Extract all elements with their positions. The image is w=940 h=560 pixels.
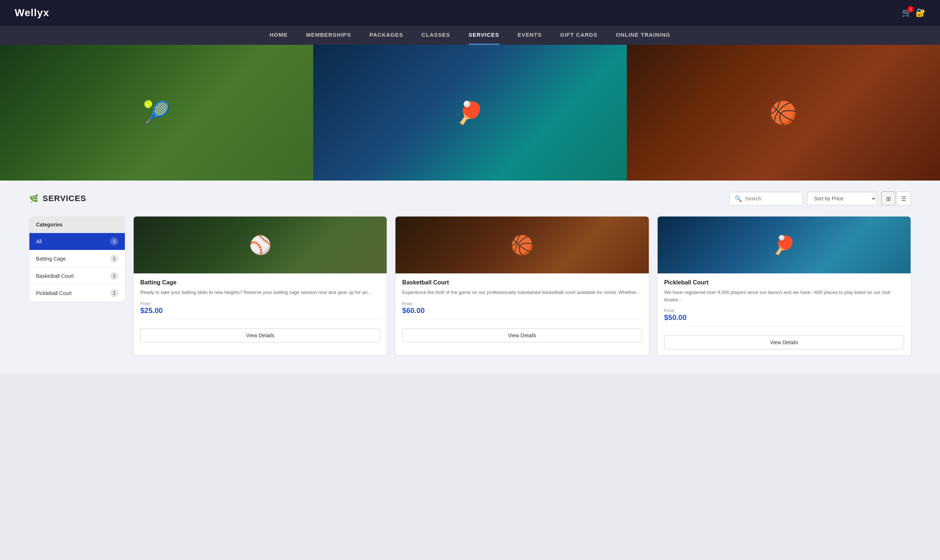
nav-item-online-training[interactable]: ONLINE TRAINING (616, 26, 670, 45)
card-image-basketball: 🏀 (396, 217, 649, 273)
page-title: SERVICES (43, 194, 86, 203)
card-title: Batting Cage (140, 279, 380, 286)
service-card-batting: ⚾ Batting Cage Ready to take your battin… (134, 217, 387, 355)
hero-panel-pickleball: 🏓 (313, 45, 626, 180)
navigation: HOMEMEMBERSHIPSPACKAGESCLASSESSERVICESEV… (0, 26, 940, 45)
categories-box: Categories All3Batting Cage1Basketball C… (29, 217, 125, 302)
nav-item-classes[interactable]: CLASSES (422, 26, 450, 45)
card-price-label: From (402, 301, 642, 306)
category-item-all[interactable]: All3 (29, 233, 125, 250)
card-sport-icon: 🏓 (772, 234, 795, 256)
category-item-pickleball-court[interactable]: Pickleball Court1 (29, 285, 125, 302)
card-footer: View Details (134, 328, 387, 348)
hero-banner: 🎾 🏓 🏀 (0, 45, 940, 180)
main-content: Categories All3Batting Cage1Basketball C… (29, 217, 911, 355)
view-details-button-pickleball[interactable]: View Details (664, 335, 904, 349)
nav-item-packages[interactable]: PACKAGES (369, 26, 403, 45)
category-label: Basketball Court (36, 273, 74, 279)
card-body: Batting Cage Ready to take your batting … (134, 273, 387, 328)
card-body: Pickleball Court We have registered over… (658, 273, 911, 335)
card-footer: View Details (658, 335, 911, 355)
service-card-pickleball: 🏓 Pickleball Court We have registered ov… (658, 217, 911, 355)
card-description: Ready to take your batting skills to new… (140, 289, 380, 296)
category-count: 1 (110, 289, 118, 297)
card-image-batting: ⚾ (134, 217, 387, 273)
card-price-label: From (664, 308, 904, 313)
category-label: Pickleball Court (36, 290, 72, 296)
nav-item-memberships[interactable]: MEMBERSHIPS (306, 26, 351, 45)
login-button[interactable]: 🔐 (915, 8, 925, 18)
card-title: Pickleball Court (664, 279, 904, 286)
card-price: $50.00 (664, 313, 904, 322)
card-price-label: From (140, 301, 380, 306)
card-sport-icon: ⚾ (249, 234, 272, 256)
logo: Wellyx (15, 7, 49, 19)
card-image-pickleball: 🏓 (658, 217, 911, 273)
card-description: Experience the thrill of the game on our… (402, 289, 642, 296)
login-icon: 🔐 (915, 8, 925, 17)
nav-item-gift-cards[interactable]: GIFT CARDS (560, 26, 598, 45)
header-icons: 🛒 2 🔐 (902, 8, 925, 18)
cards-grid: ⚾ Batting Cage Ready to take your battin… (134, 217, 911, 355)
categories-list: All3Batting Cage1Basketball Court1Pickle… (29, 233, 125, 302)
header: Wellyx 🛒 2 🔐 (0, 0, 940, 26)
search-box: 🔍 (729, 192, 803, 206)
cart-button[interactable]: 🛒 2 (902, 8, 912, 18)
category-count: 1 (110, 272, 118, 280)
category-label: All (36, 238, 42, 245)
card-title: Basketball Court (402, 279, 642, 286)
grid-view-button[interactable]: ⊞ (881, 192, 895, 206)
nav-item-services[interactable]: SERVICES (468, 26, 499, 45)
category-item-batting-cage[interactable]: Batting Cage1 (29, 250, 125, 267)
category-count: 1 (110, 255, 118, 263)
services-title: 🌿 SERVICES (29, 194, 86, 203)
list-view-button[interactable]: ☰ (897, 192, 911, 206)
hero-panel-basketball: 🏀 (627, 45, 940, 180)
card-sport-icon: 🏀 (511, 234, 533, 256)
view-details-button-basketball[interactable]: View Details (402, 328, 642, 342)
category-count: 3 (110, 237, 118, 246)
services-section: 🌿 SERVICES 🔍 Sort by PricePrice: Low to … (0, 180, 940, 374)
services-header: 🌿 SERVICES 🔍 Sort by PricePrice: Low to … (29, 192, 911, 206)
sidebar: Categories All3Batting Cage1Basketball C… (29, 217, 125, 355)
categories-title: Categories (29, 217, 125, 233)
hero-panel-tennis: 🎾 (0, 45, 313, 180)
card-price: $25.00 (140, 306, 380, 315)
sort-select[interactable]: Sort by PricePrice: Low to HighPrice: Hi… (807, 192, 877, 205)
category-label: Batting Cage (36, 256, 66, 262)
services-controls: 🔍 Sort by PricePrice: Low to HighPrice: … (729, 192, 911, 206)
nav-item-home[interactable]: HOME (270, 26, 288, 45)
card-price: $60.00 (402, 306, 642, 315)
category-item-basketball-court[interactable]: Basketball Court1 (29, 267, 125, 285)
service-card-basketball: 🏀 Basketball Court Experience the thrill… (396, 217, 649, 355)
nav-item-events[interactable]: EVENTS (518, 26, 542, 45)
view-toggle: ⊞ ☰ (881, 192, 911, 206)
card-body: Basketball Court Experience the thrill o… (396, 273, 649, 328)
search-icon: 🔍 (735, 195, 742, 202)
view-details-button-batting[interactable]: View Details (140, 328, 380, 342)
card-description: We have registered over 9,000 players si… (664, 289, 904, 303)
cart-badge: 2 (907, 6, 914, 12)
search-input[interactable] (745, 195, 797, 202)
card-footer: View Details (396, 328, 649, 348)
services-icon: 🌿 (29, 194, 39, 203)
